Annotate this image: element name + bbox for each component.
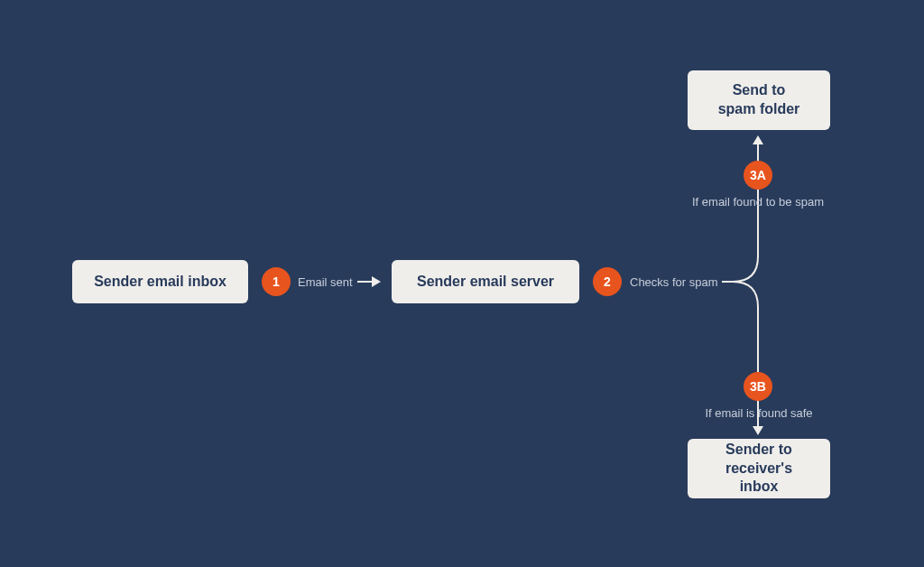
label-step-3b: If email is found safe bbox=[698, 406, 819, 420]
label-step-3a: If email found to be spam bbox=[689, 195, 827, 209]
label-step-1: Email sent bbox=[298, 275, 353, 289]
node-spam-folder: Send to spam folder bbox=[688, 70, 830, 130]
arrow-step-1 bbox=[357, 281, 379, 283]
badge-step-3b: 3B bbox=[744, 372, 772, 401]
arrowhead-up-to-spam bbox=[753, 135, 763, 144]
arrowhead-down-to-receiver bbox=[753, 426, 763, 435]
node-sender-inbox: Sender email inbox bbox=[72, 260, 248, 303]
label-step-2: Checks for spam bbox=[630, 275, 718, 289]
node-receiver-inbox: Sender to receiver's inbox bbox=[688, 439, 830, 498]
badge-step-2: 2 bbox=[593, 267, 622, 296]
node-sender-server: Sender email server bbox=[392, 260, 579, 303]
badge-step-1: 1 bbox=[262, 267, 291, 296]
branch-connector bbox=[722, 226, 776, 343]
badge-step-3a: 3A bbox=[744, 161, 772, 190]
